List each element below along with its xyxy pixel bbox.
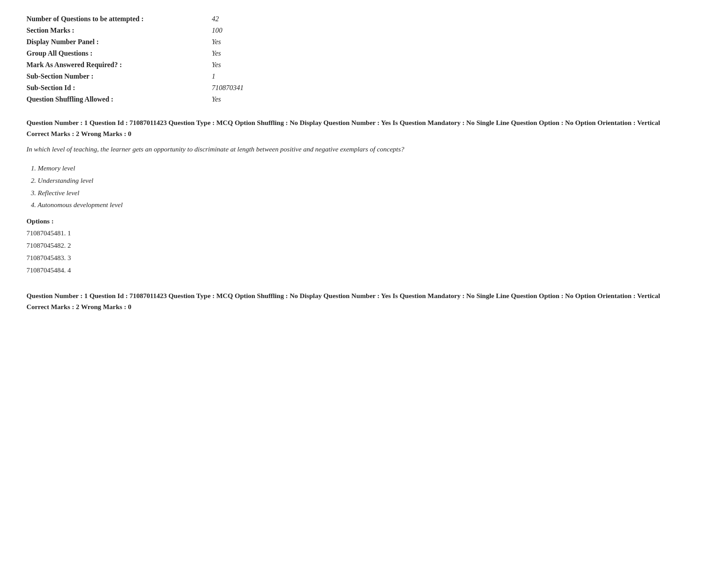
info-label: Question Shuffling Allowed : bbox=[26, 95, 212, 103]
option-id-item: 71087045482. 2 bbox=[26, 239, 702, 252]
info-value: Yes bbox=[212, 61, 221, 69]
option-id-item: 71087045484. 4 bbox=[26, 264, 702, 276]
info-label: Mark As Answered Required? : bbox=[26, 61, 212, 69]
option-ids: 71087045481. 171087045482. 271087045483.… bbox=[26, 227, 702, 276]
option-item: 2. Understanding level bbox=[31, 174, 702, 187]
info-row: Sub-Section Number :1 bbox=[26, 71, 702, 82]
option-item: 4. Autonomous development level bbox=[31, 199, 702, 211]
info-value: 100 bbox=[212, 26, 222, 34]
info-row: Section Marks :100 bbox=[26, 25, 702, 36]
info-label: Number of Questions to be attempted : bbox=[26, 15, 212, 23]
info-row: Mark As Answered Required? :Yes bbox=[26, 59, 702, 71]
info-label: Section Marks : bbox=[26, 26, 212, 34]
info-label: Display Number Panel : bbox=[26, 38, 212, 46]
info-value: Yes bbox=[212, 49, 221, 57]
question-block: Question Number : 1 Question Id : 710870… bbox=[26, 291, 702, 311]
question-meta: Question Number : 1 Question Id : 710870… bbox=[26, 117, 702, 128]
info-value: 710870341 bbox=[212, 84, 244, 92]
option-item: 1. Memory level bbox=[31, 162, 702, 174]
info-row: Sub-Section Id :710870341 bbox=[26, 82, 702, 94]
question-meta: Question Number : 1 Question Id : 710870… bbox=[26, 291, 702, 301]
question-text: In which level of teaching, the learner … bbox=[26, 144, 702, 155]
options-label: Options : bbox=[26, 217, 702, 225]
info-row: Group All Questions :Yes bbox=[26, 48, 702, 59]
info-label: Group All Questions : bbox=[26, 49, 212, 57]
option-id-item: 71087045483. 3 bbox=[26, 252, 702, 264]
info-table: Number of Questions to be attempted :42S… bbox=[26, 13, 702, 105]
info-row: Question Shuffling Allowed :Yes bbox=[26, 94, 702, 105]
question-marks: Correct Marks : 2 Wrong Marks : 0 bbox=[26, 303, 702, 311]
info-label: Sub-Section Id : bbox=[26, 84, 212, 92]
question-block: Question Number : 1 Question Id : 710870… bbox=[26, 117, 702, 276]
option-item: 3. Reflective level bbox=[31, 187, 702, 199]
question-marks: Correct Marks : 2 Wrong Marks : 0 bbox=[26, 130, 702, 138]
option-id-item: 71087045481. 1 bbox=[26, 227, 702, 239]
info-value: 1 bbox=[212, 72, 215, 80]
options-list: 1. Memory level2. Understanding level3. … bbox=[26, 162, 702, 212]
info-row: Display Number Panel :Yes bbox=[26, 36, 702, 48]
info-label: Sub-Section Number : bbox=[26, 72, 212, 80]
info-value: Yes bbox=[212, 95, 221, 103]
info-row: Number of Questions to be attempted :42 bbox=[26, 13, 702, 25]
questions-container: Question Number : 1 Question Id : 710870… bbox=[26, 117, 702, 311]
info-value: Yes bbox=[212, 38, 221, 46]
info-value: 42 bbox=[212, 15, 219, 23]
